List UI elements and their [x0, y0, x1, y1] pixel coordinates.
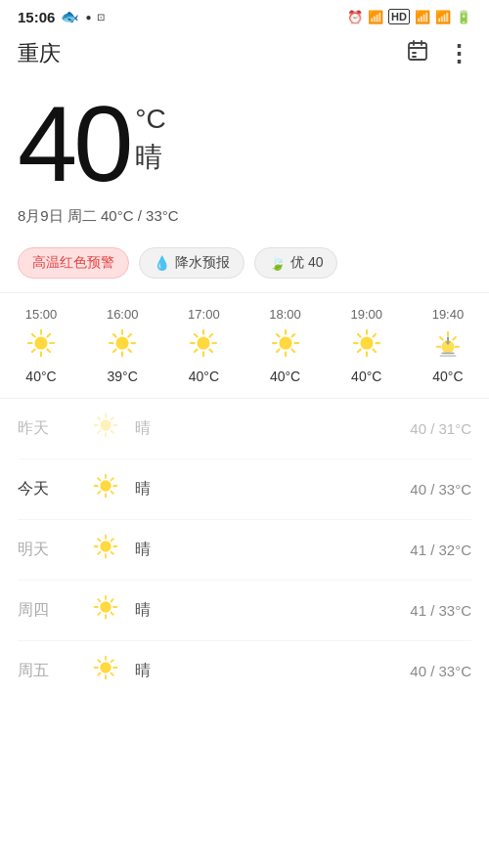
svg-line-39	[291, 349, 294, 352]
svg-line-85	[111, 552, 113, 554]
status-app-icon1: 🐟	[61, 8, 79, 25]
warning-label: 高温红色预警	[32, 254, 114, 272]
svg-line-31	[210, 334, 213, 337]
svg-line-78	[98, 492, 100, 494]
svg-line-77	[111, 478, 113, 480]
aqi-label: 优 40	[290, 254, 323, 272]
svg-line-67	[111, 431, 113, 433]
daily-day-label: 周四	[18, 600, 86, 621]
svg-point-70	[100, 480, 111, 491]
svg-point-6	[34, 336, 47, 349]
rain-label: 降水预报	[175, 254, 230, 272]
status-left: 15:06 🐟 ● ⊡	[18, 8, 105, 25]
hourly-time: 18:00	[269, 307, 301, 322]
daily-row: 明天 晴41 / 32°C	[18, 520, 471, 581]
svg-line-22	[129, 334, 132, 337]
hourly-time: 19:00	[350, 307, 382, 322]
svg-line-102	[98, 660, 100, 662]
svg-line-84	[98, 539, 100, 541]
svg-rect-0	[409, 43, 426, 60]
svg-line-69	[98, 431, 100, 433]
svg-line-56	[453, 337, 456, 340]
svg-line-96	[98, 613, 100, 615]
hourly-temp: 40°C	[432, 369, 463, 384]
aqi-tag[interactable]: 🍃 优 40	[254, 247, 337, 279]
svg-line-104	[111, 660, 113, 662]
main-temp-section: 40 °C 晴 8月9日 周二 40°C / 33°C	[0, 80, 489, 232]
daily-day-label: 昨天	[18, 418, 86, 439]
svg-line-38	[277, 334, 280, 337]
daily-row: 周五 晴40 / 33°C	[18, 641, 471, 701]
daily-temps: 40 / 33°C	[410, 481, 471, 498]
hourly-item: 18:00 40°C	[254, 303, 317, 388]
hourly-temp: 39°C	[108, 369, 138, 384]
tags-row: 高温红色预警 💧 降水预报 🍃 优 40	[0, 232, 489, 292]
daily-description: 晴	[135, 540, 410, 560]
hourly-scroll: 15:00 40°C16:00 39°C17:00	[10, 303, 479, 388]
daily-description: 晴	[135, 661, 410, 681]
svg-point-42	[360, 336, 373, 349]
svg-line-21	[129, 349, 132, 352]
svg-line-76	[111, 492, 113, 494]
alarm-icon: ⏰	[347, 10, 363, 24]
status-app-icon2: ●	[85, 12, 91, 22]
svg-line-20	[113, 334, 116, 337]
status-app-icon3: ⊡	[97, 12, 105, 22]
calendar-icon[interactable]	[406, 39, 429, 68]
daily-section: 昨天 晴40 / 31°C今天 晴40 / 33°C明天	[0, 399, 489, 701]
svg-line-66	[98, 417, 100, 419]
daily-description: 晴	[135, 479, 410, 499]
svg-line-75	[98, 478, 100, 480]
svg-line-23	[113, 349, 116, 352]
svg-line-29	[195, 334, 198, 337]
hourly-item: 17:00 40°C	[172, 303, 235, 388]
svg-line-11	[32, 334, 35, 337]
svg-line-41	[277, 349, 280, 352]
daily-weather-icon	[86, 594, 125, 627]
svg-line-12	[47, 349, 50, 352]
svg-line-47	[358, 334, 361, 337]
hourly-item: 19:00 40°C	[335, 303, 398, 388]
svg-line-87	[98, 552, 100, 554]
hourly-time: 19:40	[432, 307, 465, 322]
daily-temps: 40 / 31°C	[410, 420, 471, 437]
aqi-icon: 🍃	[269, 255, 286, 271]
status-bar: 15:06 🐟 ● ⊡ ⏰ 📶 HD 📶 📶 🔋	[0, 0, 489, 29]
hourly-temp: 40°C	[351, 369, 381, 384]
status-right: ⏰ 📶 HD 📶 📶 🔋	[347, 9, 471, 24]
svg-point-24	[198, 336, 210, 349]
daily-temps: 41 / 33°C	[410, 602, 471, 619]
wifi-icon: 📶	[368, 10, 383, 24]
hourly-time: 15:00	[25, 307, 58, 322]
daily-weather-icon	[86, 655, 125, 687]
hourly-item: 16:00 39°C	[91, 303, 154, 388]
daily-temps: 41 / 32°C	[410, 542, 471, 558]
daily-weather-icon	[86, 473, 125, 505]
more-menu-icon[interactable]: ⋮	[447, 42, 471, 65]
svg-line-86	[111, 539, 113, 541]
svg-line-93	[98, 599, 100, 601]
daily-row: 昨天 晴40 / 31°C	[18, 399, 471, 459]
hourly-weather-icon	[433, 328, 463, 362]
svg-line-50	[358, 349, 361, 352]
temp-row: 40 °C 晴	[18, 90, 471, 197]
hourly-time: 16:00	[107, 307, 139, 322]
svg-point-97	[100, 662, 111, 673]
hourly-section: 15:00 40°C16:00 39°C17:00	[0, 292, 489, 399]
svg-line-32	[195, 349, 198, 352]
high-temp-warning-tag[interactable]: 高温红色预警	[18, 247, 129, 279]
city-name: 重庆	[18, 39, 61, 68]
daily-weather-icon	[86, 534, 125, 566]
svg-line-55	[440, 337, 443, 340]
temp-right: °C 晴	[135, 90, 165, 176]
svg-point-61	[100, 419, 111, 430]
hourly-temp: 40°C	[270, 369, 300, 384]
hourly-weather-icon	[271, 328, 300, 362]
battery-icon: 🔋	[456, 10, 471, 24]
svg-line-14	[32, 349, 35, 352]
daily-description: 晴	[135, 600, 410, 621]
hourly-time: 17:00	[188, 307, 220, 322]
temperature-value: 40	[18, 90, 129, 197]
rain-forecast-tag[interactable]: 💧 降水预报	[139, 247, 244, 279]
daily-weather-icon	[86, 412, 125, 445]
